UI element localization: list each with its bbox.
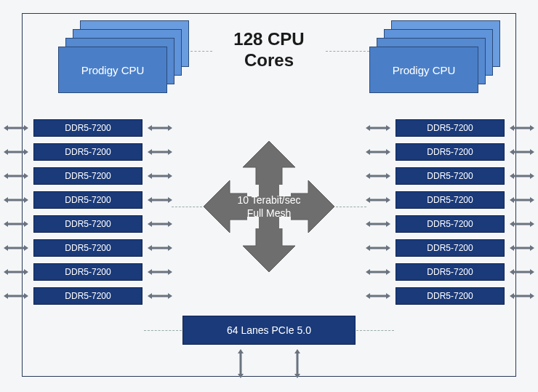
bidirectional-arrow-icon — [4, 196, 28, 204]
dashed-connector — [172, 207, 202, 207]
ddr-label: DDR5-7200 — [65, 243, 111, 253]
bidirectional-arrow-icon — [148, 196, 172, 204]
four-way-arrow-icon — [201, 138, 337, 275]
ddr-channel: DDR5-7200 — [33, 239, 142, 257]
ddr-channel: DDR5-7200 — [33, 191, 142, 209]
title-line1: 128 CPU — [233, 29, 304, 49]
bidirectional-arrow-icon — [148, 148, 172, 156]
ddr-channel: DDR5-7200 — [396, 119, 505, 137]
bidirectional-arrow-icon — [510, 172, 534, 180]
bidirectional-arrow-icon — [237, 349, 244, 378]
ddr-channel: DDR5-7200 — [33, 167, 142, 185]
title-line2: Cores — [244, 50, 294, 70]
svg-rect-3 — [279, 217, 291, 228]
ddr-label: DDR5-7200 — [427, 267, 473, 277]
ddr-label: DDR5-7200 — [65, 147, 111, 157]
svg-rect-2 — [247, 217, 259, 228]
bidirectional-arrow-icon — [510, 124, 534, 132]
diagram-title: 128 CPU Cores — [196, 29, 342, 71]
bidirectional-arrow-icon — [366, 268, 390, 276]
bidirectional-arrow-icon — [366, 244, 390, 252]
ddr-channel: DDR5-7200 — [33, 263, 142, 281]
bidirectional-arrow-icon — [4, 268, 28, 276]
ddr-channel: DDR5-7200 — [396, 143, 505, 161]
cpu-stack-right: Prodigy CPU — [369, 20, 504, 93]
dashed-connector — [144, 330, 182, 331]
bidirectional-arrow-icon — [510, 148, 534, 156]
ddr-label: DDR5-7200 — [427, 171, 473, 181]
bidirectional-arrow-icon — [4, 124, 28, 132]
bidirectional-arrow-icon — [510, 292, 534, 300]
dashed-connector — [336, 207, 366, 207]
bidirectional-arrow-icon — [510, 220, 534, 228]
cpu-label-left: Prodigy CPU — [58, 47, 167, 93]
svg-rect-1 — [279, 185, 291, 196]
bidirectional-arrow-icon — [510, 268, 534, 276]
dashed-connector — [326, 51, 369, 52]
dashed-connector — [190, 51, 212, 52]
bidirectional-arrow-icon — [366, 148, 390, 156]
ddr-channel: DDR5-7200 — [33, 287, 142, 305]
bidirectional-arrow-icon — [4, 172, 28, 180]
bidirectional-arrow-icon — [4, 220, 28, 228]
bidirectional-arrow-icon — [148, 124, 172, 132]
bidirectional-arrow-icon — [4, 148, 28, 156]
svg-rect-0 — [247, 185, 259, 196]
ddr-label: DDR5-7200 — [427, 123, 473, 133]
ddr-channel: DDR5-7200 — [396, 215, 505, 233]
bidirectional-arrow-icon — [510, 196, 534, 204]
mesh-interconnect: 10 Terabit/sec Full Mesh — [201, 138, 337, 275]
pcie-block: 64 Lanes PCIe 5.0 — [182, 316, 356, 345]
bidirectional-arrow-icon — [294, 349, 301, 378]
bidirectional-arrow-icon — [148, 244, 172, 252]
ddr-column-left: DDR5-7200DDR5-7200DDR5-7200DDR5-7200DDR5… — [33, 119, 142, 311]
bidirectional-arrow-icon — [4, 292, 28, 300]
pcie-label: 64 Lanes PCIe 5.0 — [227, 324, 311, 336]
ddr-label: DDR5-7200 — [427, 243, 473, 253]
ddr-channel: DDR5-7200 — [33, 119, 142, 137]
ddr-label: DDR5-7200 — [65, 195, 111, 205]
ddr-channel: DDR5-7200 — [396, 263, 505, 281]
bidirectional-arrow-icon — [148, 172, 172, 180]
ddr-channel: DDR5-7200 — [396, 239, 505, 257]
bidirectional-arrow-icon — [148, 268, 172, 276]
ddr-label: DDR5-7200 — [65, 219, 111, 229]
cpu-label-right: Prodigy CPU — [369, 47, 478, 93]
ddr-label: DDR5-7200 — [65, 123, 111, 133]
ddr-label: DDR5-7200 — [65, 291, 111, 301]
ddr-label: DDR5-7200 — [427, 219, 473, 229]
dashed-connector — [356, 330, 394, 331]
ddr-label: DDR5-7200 — [427, 147, 473, 157]
bidirectional-arrow-icon — [148, 292, 172, 300]
ddr-channel: DDR5-7200 — [33, 143, 142, 161]
bidirectional-arrow-icon — [366, 124, 390, 132]
ddr-channel: DDR5-7200 — [396, 167, 505, 185]
ddr-channel: DDR5-7200 — [33, 215, 142, 233]
bidirectional-arrow-icon — [366, 220, 390, 228]
bidirectional-arrow-icon — [510, 244, 534, 252]
bidirectional-arrow-icon — [148, 220, 172, 228]
ddr-label: DDR5-7200 — [427, 291, 473, 301]
cpu-stack-left: Prodigy CPU — [58, 20, 193, 93]
ddr-label: DDR5-7200 — [65, 171, 111, 181]
bidirectional-arrow-icon — [366, 196, 390, 204]
ddr-channel: DDR5-7200 — [396, 287, 505, 305]
ddr-column-right: DDR5-7200DDR5-7200DDR5-7200DDR5-7200DDR5… — [396, 119, 505, 311]
ddr-channel: DDR5-7200 — [396, 191, 505, 209]
bidirectional-arrow-icon — [366, 172, 390, 180]
bidirectional-arrow-icon — [366, 292, 390, 300]
bidirectional-arrow-icon — [4, 244, 28, 252]
ddr-label: DDR5-7200 — [427, 195, 473, 205]
ddr-label: DDR5-7200 — [65, 267, 111, 277]
